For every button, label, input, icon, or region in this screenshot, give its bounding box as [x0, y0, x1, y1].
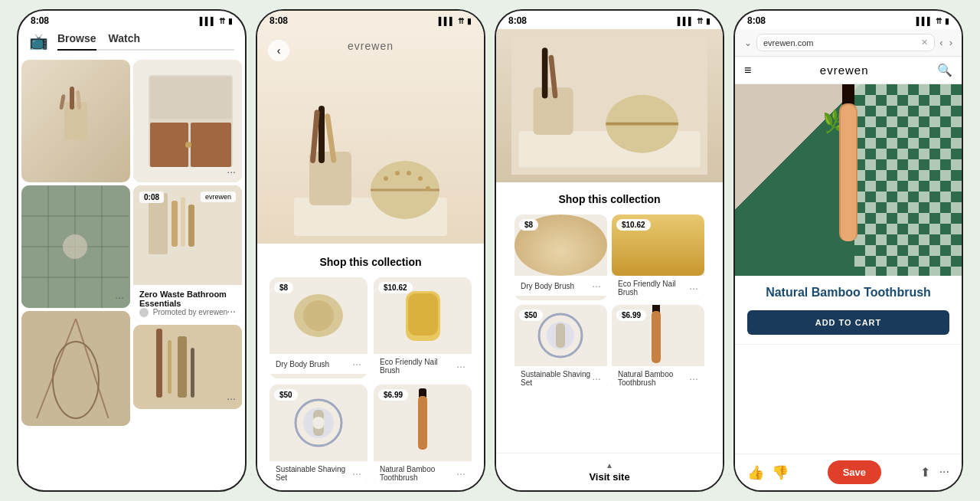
p3-price-3: $6.99 — [616, 309, 646, 321]
signal-4: ▌▌▌ — [916, 17, 933, 25]
product-label-2: Sustainable Shaving Set ··· — [270, 461, 368, 486]
p3-label-1: Eco Friendly Nail Brush ··· — [612, 276, 704, 300]
thumbs-down-icon[interactable]: 👎 — [772, 464, 789, 481]
hero-section-4: 🌿 — [735, 84, 962, 276]
time-3: 8:08 — [508, 15, 527, 26]
more-p3-1[interactable]: ··· — [689, 282, 698, 294]
website-header: ≡ evrewen 🔍 — [735, 57, 962, 84]
thumbs-up-icon[interactable]: 👍 — [747, 464, 764, 481]
p3-price-1: $10.62 — [616, 219, 651, 231]
pin-utensils[interactable]: ··· — [133, 325, 242, 409]
right-col: ··· 0:08 — [133, 60, 242, 475]
status-bar-3: 8:08 ▌▌▌ ⇈ ▮ — [496, 11, 723, 29]
product-grid-2: $8 Dry Body Brush ··· $10.62 — [270, 277, 472, 486]
product-card-1[interactable]: $10.62 Eco Friendly Nail Brush ··· — [374, 277, 472, 378]
wifi-icon-2: ⇈ — [458, 17, 464, 25]
p3-card-0[interactable]: $8 Dry Body Brush ··· — [514, 214, 607, 300]
left-col: ··· — [21, 60, 130, 475]
more-p3-0[interactable]: ··· — [592, 280, 601, 292]
signal-3: ▌▌▌ — [678, 17, 694, 25]
collection-panel-3: Shop this collection $8 Dry Body Brush ·… — [504, 182, 715, 401]
phone-2: 8:08 ▌▌▌ ⇈ ▮ ‹ evrewen Sho — [256, 9, 485, 492]
p3-label-0: Dry Body Brush ··· — [514, 276, 607, 296]
more-options-6[interactable]: ··· — [227, 392, 236, 404]
svg-point-40 — [395, 171, 400, 175]
more-options-4[interactable]: ··· — [227, 305, 236, 317]
svg-rect-28 — [156, 329, 162, 398]
back-button[interactable]: ‹ — [268, 40, 289, 61]
pin-image-6 — [133, 325, 242, 409]
tv-icon: 📺 — [29, 32, 48, 51]
signal-icons-2: ▌▌▌ ⇈ ▮ — [439, 17, 472, 25]
phone-4: 8:08 ▌▌▌ ⇈ ▮ ⌄ evrewen.com ✕ ‹ › ≡ evrew… — [733, 9, 963, 492]
bottom-action-bar: 👍 👎 Save ⬆ ··· — [735, 454, 962, 490]
pin-image-1 — [21, 60, 130, 182]
forward-nav-icon[interactable]: › — [949, 37, 952, 48]
signal-icon: ▌▌▌ — [200, 17, 216, 25]
price-3: $6.99 — [378, 389, 408, 401]
product-card-0[interactable]: $8 Dry Body Brush ··· — [270, 277, 368, 378]
product-info-section: Natural Bamboo Toothbrush ADD TO CART — [735, 276, 962, 345]
clear-url-button[interactable]: ✕ — [921, 38, 928, 47]
time-4: 8:08 — [747, 15, 766, 26]
p3-card-1[interactable]: $10.62 Eco Friendly Nail Brush ··· — [612, 214, 704, 300]
more-options-icon[interactable]: ··· — [939, 465, 949, 480]
svg-point-11 — [63, 234, 87, 259]
signal-icons-3: ▌▌▌ ⇈ ▮ — [678, 17, 710, 25]
watch-tab[interactable]: Watch — [109, 32, 140, 49]
svg-point-39 — [384, 176, 388, 181]
status-bar-2: 8:08 ▌▌▌ ⇈ ▮ — [257, 11, 484, 29]
svg-rect-33 — [309, 152, 351, 205]
signal-icons-1: ▌▌▌ ⇈ ▮ — [200, 17, 233, 25]
svg-point-45 — [303, 300, 334, 331]
url-bar[interactable]: evrewen.com ✕ — [756, 34, 935, 51]
signal-icon-2: ▌▌▌ — [439, 17, 455, 25]
chevron-up-icon: ▲ — [606, 461, 613, 470]
back-nav-icon[interactable]: ‹ — [939, 37, 942, 48]
svg-rect-25 — [181, 197, 185, 247]
pin-toothbrush-cup[interactable] — [21, 60, 130, 182]
add-to-cart-button[interactable]: ADD TO CART — [747, 310, 949, 335]
svg-rect-12 — [21, 311, 130, 426]
more-options-2[interactable]: ··· — [227, 165, 236, 178]
share-icon[interactable]: ⬆ — [920, 465, 930, 480]
search-icon[interactable]: 🔍 — [937, 63, 952, 77]
more-dots-p1[interactable]: ··· — [456, 360, 466, 372]
browser-nav-icons: ‹ › — [939, 37, 952, 48]
brand-badge: evrewen — [201, 192, 236, 202]
expand-chevron[interactable]: ⌄ — [744, 38, 752, 48]
battery-4: ▮ — [945, 17, 949, 25]
video-duration-badge: 0:08 — [139, 192, 164, 203]
svg-point-43 — [426, 186, 430, 191]
browse-tab[interactable]: Browse — [57, 32, 96, 51]
pin-green-tiles[interactable]: ··· — [21, 185, 130, 308]
hero-image-2 — [279, 90, 462, 244]
svg-rect-53 — [418, 396, 427, 450]
svg-point-41 — [407, 171, 411, 175]
product-card-2[interactable]: $50 Sustainable Shaving Set ··· — [270, 385, 368, 486]
svg-point-42 — [418, 176, 423, 181]
product-card-3[interactable]: $6.99 Natural Bamboo Toothbrush ··· — [374, 385, 472, 486]
pin-cabinet[interactable]: ··· — [133, 60, 242, 182]
more-dots-p3[interactable]: ··· — [456, 467, 466, 480]
more-dots-p2[interactable]: ··· — [352, 467, 361, 480]
save-button[interactable]: Save — [828, 460, 881, 484]
more-options-3[interactable]: ··· — [115, 291, 124, 303]
hamburger-menu-icon[interactable]: ≡ — [744, 64, 751, 77]
pin-video-bathroom[interactable]: 0:08 evrewen Zero Waste Bathroom Essenti… — [133, 185, 242, 322]
pin-bag[interactable] — [21, 311, 130, 426]
collection-title-3: Shop this collection — [514, 193, 704, 205]
reaction-buttons: 👍 👎 — [747, 464, 789, 481]
p3-card-3[interactable]: $6.99 Natural Bamboo Toothbrush ··· — [612, 305, 704, 391]
p3-price-0: $8 — [519, 219, 538, 231]
more-dots-p0[interactable]: ··· — [352, 358, 361, 370]
more-p3-2[interactable]: ··· — [592, 372, 601, 385]
p3-card-2[interactable]: $50 Sustainable Shaving Set ··· — [514, 305, 607, 391]
svg-rect-19 — [150, 123, 188, 167]
more-p3-3[interactable]: ··· — [689, 372, 698, 385]
svg-rect-20 — [191, 123, 231, 167]
bottom-share-icons: ⬆ ··· — [920, 465, 949, 480]
visit-site-bar[interactable]: ▲ Visit site — [496, 453, 723, 490]
svg-rect-57 — [542, 47, 548, 98]
svg-point-21 — [185, 142, 191, 148]
